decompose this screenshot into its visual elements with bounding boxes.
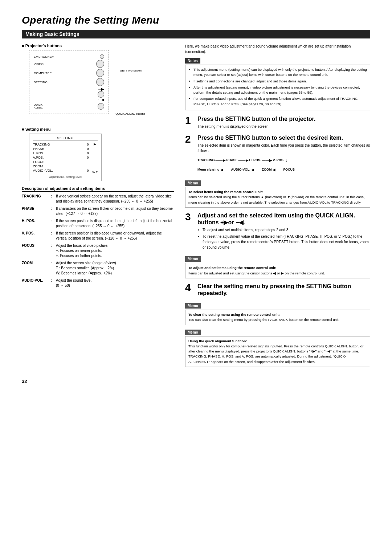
- proj-left-arrow: ←◀: [98, 98, 104, 102]
- desc-key-audio: AUDIO-VOL.: [22, 278, 51, 288]
- desc-key-focus: FOCUS: [22, 243, 51, 258]
- step-2-title: Press the SETTING button to select the d…: [197, 134, 370, 141]
- notes-label: Notes: [185, 58, 200, 64]
- desc-key-phase: PHASE: [22, 206, 51, 216]
- flow-focus: FOCUS: [283, 167, 295, 172]
- section-header: Making Basic Settings: [22, 30, 370, 38]
- note-4: For computer-related inputs, use of the …: [193, 96, 367, 107]
- desc-tracking: TRACKING : If wide vertical stripes appe…: [22, 194, 174, 204]
- proj-video-label: VIDEO: [34, 62, 59, 66]
- step-2-body: The selected item is shown in magenta co…: [197, 143, 370, 172]
- left-column: Projector's buttons EMERGENCY VIDEO COMP…: [22, 44, 174, 371]
- step-1: 1 Press the SETTING button of the projec…: [185, 115, 370, 129]
- desc-hpos: H. POS. : If the screen position is disp…: [22, 219, 174, 229]
- desc-key-vpos: V. POS.: [22, 231, 51, 241]
- adj-label: Adjustment • setting level: [33, 175, 98, 179]
- memo-3-section: Memo To clear the setting menu using the…: [185, 303, 370, 325]
- menu-wt-label: W T: [92, 171, 98, 174]
- setting-menu-label: Setting menu: [22, 127, 174, 131]
- menu-zoom: ZOOM: [33, 164, 89, 168]
- step-3-number: 3: [185, 212, 195, 251]
- bracket-icon: ▶: [94, 142, 96, 146]
- memo-4-label: Memo: [185, 330, 201, 335]
- flow-row1: TRACKING ——▶ PHASE ——▶ H. POS. ——▶ V. PO…: [197, 156, 370, 164]
- flow-tracking: TRACKING: [197, 158, 215, 163]
- proj-quick-button: [98, 103, 104, 110]
- proj-right-arrow: →▶: [98, 87, 104, 91]
- proj-setting-button: [96, 78, 104, 86]
- memo-2-label: Memo: [185, 256, 201, 262]
- menu-audio: AUDIO -VOL.0: [33, 168, 89, 173]
- setting-menu-diagram: SETTING TRACKING0 PHASE0 H.POS.0 V.POS.0…: [29, 134, 102, 181]
- proj-computer-button: [96, 69, 104, 77]
- desc-val-hpos: If the screen position is displaced to t…: [56, 219, 174, 229]
- memo-4-container: Using the quick alignment function: This…: [185, 336, 370, 367]
- memo-1-label: Memo: [185, 180, 201, 186]
- memo-1-title: To select items using the remote control…: [188, 190, 263, 194]
- memo-2-container: To adjust and set items using the remote…: [185, 263, 370, 278]
- flow-phase: PHASE: [226, 158, 238, 163]
- desc-key-zoom: ZOOM: [22, 261, 51, 276]
- desc-val-zoom: Adjust the screen size (angle of view).T…: [56, 261, 174, 276]
- proj-video-row: VIDEO: [34, 60, 104, 68]
- flow-vpos: V. POS.: [273, 158, 285, 163]
- flow-audio-vol: AUDIO-VOL.: [231, 167, 250, 172]
- flow-row2: Menu clearing ◀—— AUDIO-VOL. ◀—— ZOOM ◀—…: [197, 167, 370, 172]
- proj-emergency-button: [100, 54, 104, 59]
- proj-emergency-row: EMERGENCY: [34, 54, 104, 59]
- desc-val-vpos: If the screen position is displaced upwa…: [56, 231, 174, 241]
- menu-header: SETTING: [33, 136, 98, 141]
- step-3-title: Adjust and set the selected item using t…: [197, 212, 370, 226]
- step-1-number: 1: [185, 115, 195, 129]
- menu-bracket: [95, 148, 95, 170]
- step-4: 4 Clear the setting menu by pressing the…: [185, 283, 370, 298]
- notes-container: This adjustment menu (setting menu) can …: [185, 65, 370, 110]
- note-2: If settings and connections are changed,…: [193, 79, 367, 84]
- flow-hpos: H. POS.: [249, 158, 261, 163]
- desc-val-phase: If characters on the screen flicker or b…: [56, 206, 174, 216]
- projector-buttons-label: Projector's buttons: [22, 44, 174, 48]
- desc-val-audio: Adjust the sound level.(0 ↔ 50): [56, 278, 174, 288]
- projector-diagram: EMERGENCY VIDEO COMPUTER SETTING: [22, 50, 109, 119]
- note-3: After this adjustment (setting menu), if…: [193, 85, 367, 95]
- desc-zoom: ZOOM : Adjust the screen size (angle of …: [22, 261, 174, 276]
- menu-hpos: H.POS.0: [33, 151, 89, 155]
- step-3-content: Adjust and set the selected item using t…: [197, 212, 370, 251]
- right-column: Here, we make basic video adjustment and…: [185, 44, 370, 371]
- intro-text: Here, we make basic video adjustment and…: [185, 44, 370, 54]
- notes-list: This adjustment menu (setting menu) can …: [188, 67, 367, 107]
- menu-vpos: V.POS.0: [33, 155, 89, 160]
- step-3-item-1: To adjust and set multiple items, repeat…: [203, 227, 370, 233]
- step-3-item-2: To reset the adjustment value of the sel…: [203, 234, 370, 250]
- flow-diagram: TRACKING ——▶ PHASE ——▶ H. POS. ——▶ V. PO…: [197, 156, 370, 172]
- quick-align-label: QUICK ALIGN. buttons: [115, 112, 145, 115]
- notes-section: Notes This adjustment menu (setting menu…: [185, 58, 370, 110]
- proj-setting-label: SETTING: [34, 81, 59, 84]
- memo-1-body: Items can be selected using the cursor b…: [188, 195, 365, 204]
- desc-key-tracking: TRACKING: [22, 194, 51, 204]
- proj-arrows: →▶ ←◀: [98, 87, 104, 102]
- proj-computer-row: COMPUTER: [34, 69, 104, 77]
- memo-1-container: To select items using the remote control…: [185, 187, 370, 208]
- step-1-body: The setting menu is displayed on the scr…: [197, 124, 370, 129]
- menu-phase: PHASE0: [33, 147, 89, 151]
- note-1: This adjustment menu (setting menu) can …: [193, 67, 367, 78]
- memo-2-title: To adjust and set items using the remote…: [188, 266, 276, 270]
- step-4-number: 4: [185, 283, 195, 298]
- proj-video-button: [96, 60, 104, 68]
- desc-val-tracking: If wide vertical stripes appear on the s…: [56, 194, 174, 204]
- desc-table: Description of adjustment and setting it…: [22, 186, 174, 288]
- memo-3-title: To clear the setting menu using the remo…: [188, 313, 280, 317]
- desc-key-hpos: H. POS.: [22, 219, 51, 229]
- desc-audio: AUDIO-VOL. : Adjust the sound level.(0 ↔…: [22, 278, 174, 288]
- desc-title: Description of adjustment and setting it…: [22, 186, 174, 192]
- memo-3-body: You can also clear the setting menu by p…: [188, 318, 339, 322]
- desc-val-focus: Adjust the focus of video picture.−: Foc…: [56, 243, 174, 258]
- setting-btn-label: SETTING button: [120, 69, 142, 72]
- menu-tracking: TRACKING0: [33, 142, 89, 147]
- step-4-content: Clear the setting menu by pressing the S…: [197, 283, 370, 298]
- page-number: 32: [22, 379, 370, 384]
- step-4-title: Clear the setting menu by pressing the S…: [197, 283, 370, 297]
- proj-emergency-label: EMERGENCY: [34, 55, 59, 58]
- desc-focus: FOCUS : Adjust the focus of video pictur…: [22, 243, 174, 258]
